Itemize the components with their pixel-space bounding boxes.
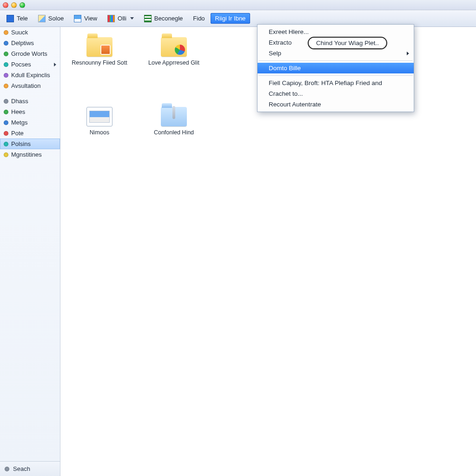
chevron-right-icon — [54, 63, 56, 66]
toolbar-item-label: Riigi Ir Ibne — [215, 15, 246, 22]
sidebar-item-8[interactable]: Metgs — [0, 117, 60, 128]
context-menu-item-7[interactable]: Crachet to... — [258, 88, 414, 99]
context-menu-item-2[interactable]: Selp — [258, 48, 414, 59]
context-menu-item-label: Extracto — [269, 39, 292, 46]
bullet-icon — [4, 120, 8, 125]
context-menu-item-0[interactable]: Exreet Hlere... — [258, 26, 414, 37]
bullet-icon — [4, 84, 8, 88]
sidebar-item-label: Metgs — [11, 119, 27, 126]
folder-icon — [160, 104, 188, 126]
sidebar-search[interactable]: Seach — [0, 461, 60, 476]
sidebar-item-7[interactable]: Hees — [0, 106, 60, 117]
file-item-label: Confonled Hind — [154, 129, 194, 137]
menu-separator — [258, 60, 413, 61]
toolbar-item-label: Soloe — [48, 15, 64, 22]
sidebar-item-0[interactable]: Suuck — [0, 27, 60, 38]
bullet-icon — [4, 41, 8, 46]
bars-icon — [107, 15, 115, 22]
context-menu-item-label: Selp — [269, 50, 281, 57]
sidebar-item-11[interactable]: Mgnstitines — [0, 149, 60, 160]
window-zoom-icon[interactable] — [20, 2, 25, 8]
toolbar-item-label: Tele — [17, 15, 28, 22]
sidebar-item-label: Suuck — [11, 29, 28, 36]
toolbar-item-label: Fido — [193, 15, 205, 22]
file-item-2[interactable]: Nimoos — [72, 104, 127, 137]
toolbar-item-2[interactable]: View — [69, 13, 102, 24]
context-menu-item-label: Crachet to... — [269, 90, 303, 97]
folder-icon — [160, 34, 188, 57]
bullet-icon — [4, 131, 8, 136]
file-item-label: Love Apprresed Glit — [148, 60, 199, 67]
toolbar-item-0[interactable]: Tele — [2, 13, 33, 24]
window-titlebar — [0, 0, 476, 10]
bullet-icon — [4, 99, 8, 104]
context-menu-item-label: Domto Bille — [269, 65, 301, 72]
folder-icon — [86, 34, 113, 57]
context-menu-item-label: Recourt Autentrate — [269, 101, 321, 108]
sidebar-item-label: Mgnstitines — [11, 151, 42, 158]
bullet-icon — [4, 73, 8, 78]
bullet-icon — [4, 52, 8, 56]
search-icon — [5, 467, 9, 471]
cal-icon — [74, 15, 81, 22]
bullet-icon — [4, 142, 8, 146]
thumbnail-icon — [86, 104, 113, 126]
toolbar-item-6[interactable]: Riigi Ir Ibne — [211, 13, 251, 24]
pencil-icon — [38, 15, 46, 22]
context-menu-item-label: Fiell Capioy, Broft: HTA Plefiap Fried a… — [269, 79, 382, 86]
content-pane: Resnounny Fiied SottLove Apprresed GlitN… — [60, 27, 476, 476]
bullet-icon — [4, 30, 8, 35]
toolbar-item-1[interactable]: Soloe — [33, 13, 68, 24]
toolbar-item-label: Beconegle — [154, 15, 183, 22]
sidebar-item-label: Pote — [11, 130, 24, 137]
sidebar-item-label: Delptiws — [11, 40, 34, 46]
blue-sq-icon — [7, 15, 14, 22]
bullet-icon — [4, 62, 8, 67]
file-item-label: Nimoos — [90, 129, 109, 137]
sidebar: SuuckDelptiwsGrrode WortsPocsesKdull Exp… — [0, 27, 60, 476]
context-menu-item-8[interactable]: Recourt Autentrate — [258, 99, 414, 110]
context-menu: Chind Your Wiag Plet.. Exreet Hlere...Ex… — [257, 24, 414, 112]
sidebar-item-1[interactable]: Delptiws — [0, 38, 60, 48]
sidebar-item-9[interactable]: Pote — [0, 128, 60, 139]
sidebar-item-label: Hees — [11, 108, 25, 115]
sidebar-item-2[interactable]: Grrode Worts — [0, 48, 60, 59]
toolbar-item-3[interactable]: Olli — [103, 13, 139, 24]
grid-icon — [144, 15, 152, 22]
sidebar-item-3[interactable]: Pocses — [0, 59, 60, 70]
chevron-right-icon — [407, 52, 409, 55]
window-close-icon[interactable] — [3, 2, 8, 8]
toolbar-item-5[interactable]: Fido — [188, 13, 209, 24]
context-menu-item-label: Exreet Hlere... — [269, 28, 309, 35]
file-item-label: Resnounny Fiied Sott — [72, 60, 127, 67]
toolbar-item-label: Olli — [118, 15, 126, 22]
file-item-0[interactable]: Resnounny Fiied Sott — [72, 34, 127, 67]
file-item-3[interactable]: Confonled Hind — [146, 104, 202, 137]
sidebar-search-label: Seach — [13, 465, 30, 472]
sidebar-item-label: Kdull Expinclis — [11, 72, 50, 79]
context-menu-item-1[interactable]: Extracto — [258, 37, 414, 48]
sidebar-item-4[interactable]: Kdull Expinclis — [0, 70, 60, 80]
file-item-1[interactable]: Love Apprresed Glit — [146, 34, 202, 67]
context-menu-item-6[interactable]: Fiell Capioy, Broft: HTA Plefiap Fried a… — [258, 78, 414, 88]
sidebar-item-10[interactable]: Polsins — [0, 139, 60, 149]
context-menu-item-4[interactable]: Domto Bille — [258, 63, 414, 73]
bullet-icon — [4, 152, 8, 157]
chevron-down-icon — [130, 17, 134, 20]
toolbar-item-label: View — [84, 15, 97, 22]
sidebar-item-label: Grrode Worts — [11, 50, 47, 57]
sidebar-item-label: Avsultation — [11, 82, 40, 89]
sidebar-item-6[interactable]: Dhass — [0, 96, 60, 106]
sidebar-item-label: Dhass — [11, 98, 28, 105]
bullet-icon — [4, 110, 8, 114]
menu-separator — [258, 75, 413, 76]
toolbar-item-4[interactable]: Beconegle — [139, 13, 187, 24]
sidebar-item-label: Pocses — [11, 61, 31, 68]
window-minimize-icon[interactable] — [11, 2, 17, 8]
sidebar-item-5[interactable]: Avsultation — [0, 80, 60, 91]
sidebar-item-label: Polsins — [11, 140, 31, 147]
